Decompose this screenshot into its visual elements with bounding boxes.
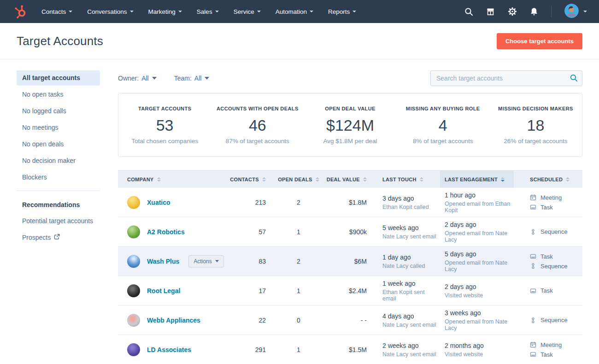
company-cell: LD Associates: [118, 343, 235, 356]
last-touch-time: 1 week ago: [382, 280, 440, 287]
content-area: Owner: All Team: All: [118, 59, 582, 364]
company-link[interactable]: Xuatico: [147, 199, 170, 206]
last-touch-detail: Nate Lacy sent email: [382, 351, 440, 358]
main-area: All target accounts No open tasks No log…: [0, 59, 599, 364]
chevron-down-icon: [310, 11, 313, 12]
sidebar-item-no-decision-maker[interactable]: No decision maker: [17, 153, 100, 168]
company-cell: Wash Plus Actions: [118, 255, 235, 268]
company-link[interactable]: Webb Appliances: [147, 317, 200, 324]
last-engagement-time: 2 months ago: [445, 342, 514, 349]
search-icon[interactable]: [464, 7, 473, 16]
stat-label: TARGET ACCOUNTS: [118, 106, 211, 111]
nav-item-service[interactable]: Service: [234, 8, 261, 15]
stat-subtext: 8% of target accounts: [397, 138, 489, 144]
hubspot-logo-icon[interactable]: [14, 4, 29, 19]
nav-item-contacts[interactable]: Contacts: [41, 8, 72, 15]
target-accounts-table: COMPANY CONTACTS OPEN DEALS DEAL VALUE L…: [118, 170, 582, 364]
stat-accounts-with-open-deals: ACCOUNTS WITH OPEN DEALS 46 87% of targe…: [211, 106, 304, 144]
settings-gear-icon[interactable]: [508, 7, 517, 16]
contacts-count: 22: [235, 317, 272, 324]
page-header: Target Accounts Choose target accounts: [0, 23, 599, 59]
column-header-open-deals[interactable]: OPEN DEALS: [272, 171, 325, 188]
last-engagement-cell: 2 months ago Visited website: [440, 342, 514, 358]
stat-value: $124M: [304, 116, 396, 134]
nav-item-automation[interactable]: Automation: [276, 8, 313, 15]
company-link[interactable]: LD Associates: [147, 346, 191, 353]
company-link[interactable]: Wash Plus: [147, 258, 179, 265]
last-engagement-cell: 3 weeks ago Opened email from Nate Lacy: [440, 309, 514, 331]
deal-value: - -: [325, 317, 373, 324]
last-engagement-time: 1 hour ago: [445, 191, 514, 199]
column-header-contacts[interactable]: CONTACTS: [235, 171, 272, 188]
deal-value: $1.8M: [325, 199, 373, 206]
last-engagement-detail: Opened email from Nate Lacy: [445, 260, 514, 272]
column-header-company[interactable]: COMPANY: [118, 171, 235, 188]
open-deals-count: 2: [272, 199, 325, 206]
stat-value: 4: [397, 116, 489, 134]
scheduled-meeting: Meeting: [530, 341, 582, 348]
account-menu[interactable]: [564, 4, 587, 20]
search-input[interactable]: [430, 70, 582, 86]
stat-open-deal-value: OPEN DEAL VALUE $124M Avg $1.8M per deal: [304, 106, 396, 144]
open-deals-count: 0: [272, 317, 325, 324]
search-icon[interactable]: [570, 74, 578, 84]
sidebar-item-no-open-deals[interactable]: No open deals: [17, 137, 100, 152]
company-link[interactable]: Root Legal: [147, 287, 180, 295]
last-engagement-cell: 2 days ago Opened email from Nate Lacy: [440, 221, 514, 243]
stat-missing-any-buying-role: MISSING ANY BUYING ROLE 4 8% of target a…: [397, 106, 489, 144]
last-engagement-cell: 1 hour ago Opened email from Ethan Kopit: [440, 191, 514, 214]
company-logo: [127, 284, 140, 297]
notifications-bell-icon[interactable]: [530, 7, 538, 16]
deal-value: $1.5M: [325, 346, 373, 353]
stat-subtext: 26% of target accounts: [489, 138, 582, 144]
column-header-deal-value[interactable]: DEAL VALUE: [325, 171, 373, 188]
company-cell: Root Legal: [118, 284, 235, 297]
nav-item-sales[interactable]: Sales: [197, 8, 219, 15]
company-link[interactable]: A2 Robotics: [147, 228, 185, 236]
sidebar-item-all-target-accounts[interactable]: All target accounts: [17, 70, 100, 86]
table-row-highlighted: Wash Plus Actions 83 2 $6M 1 day ago Nat…: [118, 247, 582, 276]
open-deals-count: 1: [272, 228, 325, 236]
table-row: Xuatico 213 2 $1.8M 3 days ago Ethan Kop…: [118, 188, 582, 217]
marketplace-icon[interactable]: [486, 7, 495, 16]
company-logo: [127, 196, 140, 209]
sidebar-section-recommendations: Recommendations: [17, 197, 100, 212]
sidebar-item-blockers[interactable]: Blockers: [17, 170, 100, 185]
last-touch-cell: 5 weeks ago Nate Lacy sent email: [373, 224, 440, 240]
chevron-down-icon: [215, 260, 219, 262]
last-touch-detail: Ethan Kopit called: [382, 204, 440, 210]
nav-item-marketing[interactable]: Marketing: [148, 8, 182, 15]
last-touch-time: 3 days ago: [382, 195, 440, 202]
nav-item-conversations[interactable]: Conversations: [87, 8, 133, 15]
nav-item-label: Automation: [276, 8, 307, 15]
column-header-scheduled[interactable]: SCHEDULED: [514, 171, 582, 188]
last-touch-time: 1 day ago: [382, 254, 440, 261]
sidebar-item-no-logged-calls[interactable]: No logged calls: [17, 104, 100, 119]
sidebar-item-prospects[interactable]: Prospects: [17, 230, 100, 245]
column-header-last-touch[interactable]: LAST TOUCH: [373, 171, 440, 188]
stat-label: OPEN DEAL VALUE: [304, 106, 396, 111]
stat-label: MISSING DECISION MAKERS: [489, 106, 582, 111]
user-avatar[interactable]: [564, 4, 579, 20]
actions-dropdown-button[interactable]: Actions: [188, 255, 223, 267]
chevron-down-icon: [69, 11, 72, 12]
nav-divider: [551, 6, 552, 17]
chevron-down-icon: [130, 11, 134, 12]
sidebar-item-potential-target-accounts[interactable]: Potential target accounts: [17, 214, 100, 229]
sidebar-item-no-meetings[interactable]: No meetings: [17, 120, 100, 135]
chevron-down-icon: [215, 11, 219, 12]
table-row: LD Associates 291 1 $1.5M 2 weeks ago Na…: [118, 335, 582, 364]
sidebar-item-no-open-tasks[interactable]: No open tasks: [17, 87, 100, 102]
stat-subtext: Avg $1.8M per deal: [304, 138, 396, 144]
task-icon: [530, 204, 536, 210]
column-header-last-engagement[interactable]: LAST ENGAGEMENT: [440, 171, 514, 188]
team-filter-dropdown[interactable]: Team: All: [174, 75, 210, 82]
choose-target-accounts-button[interactable]: Choose target accounts: [497, 33, 582, 49]
owner-filter-dropdown[interactable]: Owner: All: [118, 75, 157, 82]
last-touch-time: 4 days ago: [382, 312, 440, 320]
nav-item-reports[interactable]: Reports: [328, 8, 356, 15]
chevron-down-icon: [205, 77, 209, 80]
scheduled-cell: Sequence: [514, 317, 582, 324]
nav-item-label: Conversations: [87, 8, 127, 15]
sidebar: All target accounts No open tasks No log…: [17, 70, 100, 364]
